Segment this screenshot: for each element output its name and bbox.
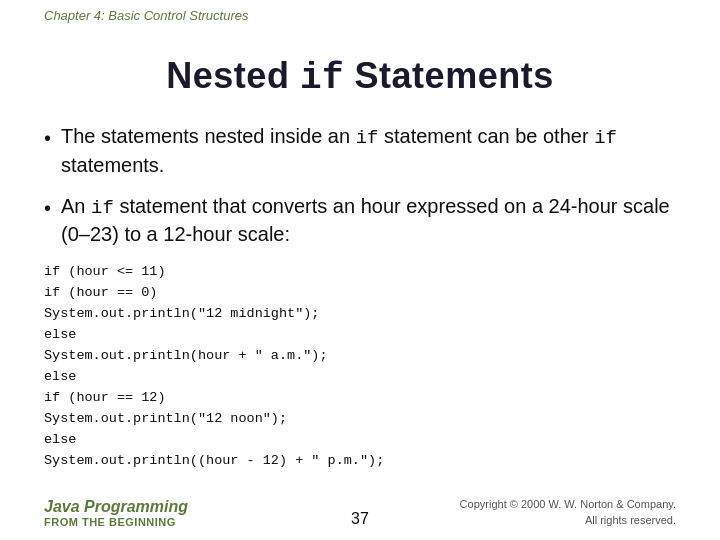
bullet1-text-after: statements. xyxy=(61,154,164,176)
content-area: • The statements nested inside an if sta… xyxy=(44,123,676,248)
bullet2-text-middle: statement that converts an hour expresse… xyxy=(61,195,670,246)
code-line: System.out.println(hour + " a.m."); xyxy=(44,346,676,367)
bullet-dot-2: • xyxy=(44,195,51,222)
title-code: if xyxy=(300,58,344,99)
bullet1-code2: if xyxy=(594,127,617,149)
bullet1-text-before: The statements nested inside an xyxy=(61,125,356,147)
footer-page-number: 37 xyxy=(330,510,390,528)
code-line: System.out.println("12 noon"); xyxy=(44,409,676,430)
code-line: System.out.println((hour - 12) + " p.m."… xyxy=(44,451,676,472)
bullet-item-2: • An if statement that converts an hour … xyxy=(44,193,676,249)
page-title: Nested if Statements xyxy=(0,55,720,99)
code-line: else xyxy=(44,367,676,388)
bullet-dot-1: • xyxy=(44,125,51,152)
bullet1-text-middle: statement can be other xyxy=(378,125,594,147)
code-line: else xyxy=(44,325,676,346)
footer-sub: FROM THE BEGINNING xyxy=(44,516,330,528)
bullet-item-1: • The statements nested inside an if sta… xyxy=(44,123,676,179)
bullet-text-1: The statements nested inside an if state… xyxy=(61,123,676,179)
code-line: System.out.println("12 midnight"); xyxy=(44,304,676,325)
code-line: else xyxy=(44,430,676,451)
code-line: if (hour == 12) xyxy=(44,388,676,409)
bullet1-code1: if xyxy=(356,127,379,149)
title-suffix: Statements xyxy=(344,55,554,96)
bullet2-text-before: An xyxy=(61,195,91,217)
bullet-text-2: An if statement that converts an hour ex… xyxy=(61,193,676,249)
code-line: if (hour <= 11) xyxy=(44,262,676,283)
footer-copyright: Copyright © 2000 W. W. Norton & Company.… xyxy=(390,497,676,528)
footer-brand: Java Programming xyxy=(44,498,330,516)
code-line: if (hour == 0) xyxy=(44,283,676,304)
code-block: if (hour <= 11) if (hour == 0) System.ou… xyxy=(44,262,676,471)
chapter-header: Chapter 4: Basic Control Structures xyxy=(44,8,248,23)
footer: Java Programming FROM THE BEGINNING 37 C… xyxy=(0,497,720,528)
footer-left: Java Programming FROM THE BEGINNING xyxy=(44,498,330,528)
title-prefix: Nested xyxy=(166,55,300,96)
bullet2-code1: if xyxy=(91,197,114,219)
